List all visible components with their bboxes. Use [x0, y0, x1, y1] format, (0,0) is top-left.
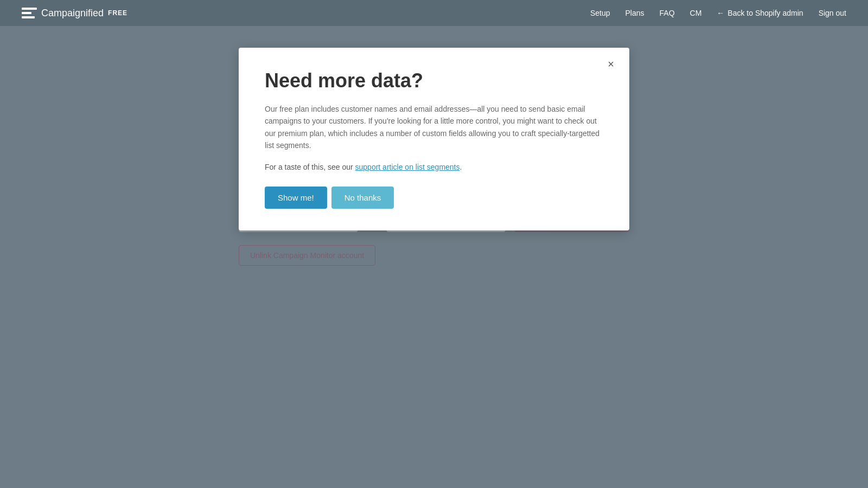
- modal-link-text: For a taste of this, see our support art…: [265, 163, 603, 171]
- modal-overlay: × Need more data? Our free plan includes…: [0, 26, 868, 488]
- modal-title: Need more data?: [265, 69, 603, 92]
- show-me-button[interactable]: Show me!: [265, 187, 327, 209]
- svg-rect-1: [22, 12, 31, 14]
- nav-back-to-shopify[interactable]: ← Back to Shopify admin: [717, 9, 803, 17]
- nav-faq[interactable]: FAQ: [660, 9, 675, 17]
- header: Campaignified FREE Setup Plans FAQ CM ← …: [0, 0, 868, 26]
- modal-support-link[interactable]: support article on list segments: [355, 163, 460, 171]
- modal-body-text: Our free plan includes customer names an…: [265, 103, 603, 152]
- modal-link-suffix: .: [460, 163, 462, 171]
- logo-text: Campaignified: [41, 8, 104, 19]
- modal-buttons: Show me! No thanks: [265, 187, 603, 209]
- nav-cm[interactable]: CM: [690, 9, 702, 17]
- logo-icon: [22, 8, 37, 18]
- logo-free-badge: FREE: [108, 9, 127, 17]
- svg-rect-0: [22, 8, 37, 10]
- main-nav: Setup Plans FAQ CM ← Back to Shopify adm…: [590, 9, 846, 17]
- nav-setup[interactable]: Setup: [590, 9, 610, 17]
- modal-dialog: × Need more data? Our free plan includes…: [239, 48, 629, 230]
- nav-sign-out[interactable]: Sign out: [819, 9, 846, 17]
- modal-link-prefix: For a taste of this, see our: [265, 163, 355, 171]
- modal-close-button[interactable]: ×: [603, 56, 618, 72]
- page-background: Select a client: Select a client... ▾ to…: [0, 26, 868, 488]
- nav-plans[interactable]: Plans: [626, 9, 644, 17]
- back-arrow-icon: ←: [717, 9, 724, 17]
- logo: Campaignified FREE: [22, 8, 127, 19]
- svg-rect-2: [22, 16, 35, 18]
- no-thanks-button[interactable]: No thanks: [331, 187, 394, 209]
